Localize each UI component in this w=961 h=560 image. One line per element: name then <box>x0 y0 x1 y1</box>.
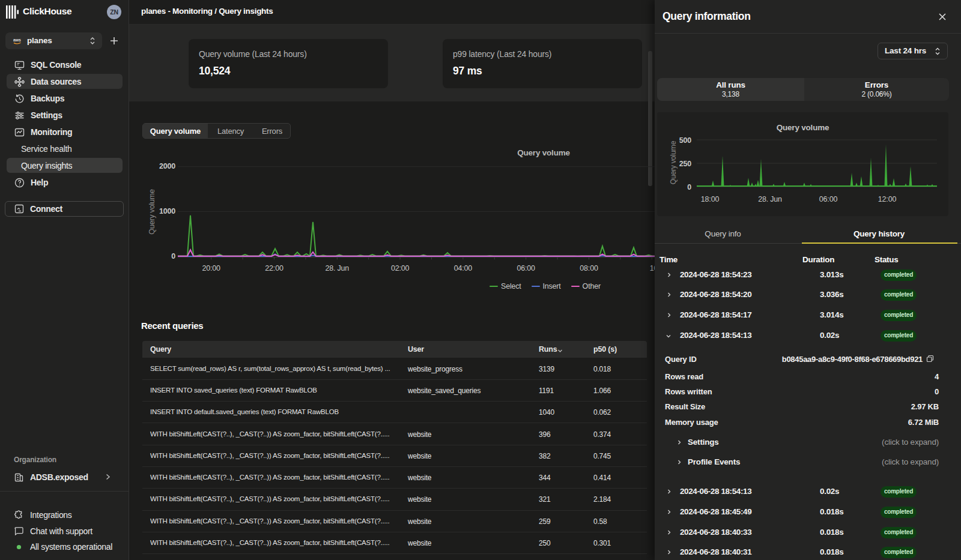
svg-text:aws: aws <box>13 38 21 42</box>
